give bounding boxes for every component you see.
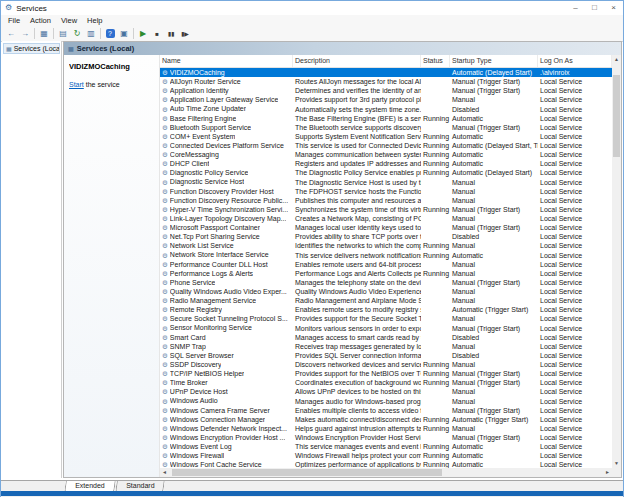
service-row[interactable]: ⚙ AllJoyn Router Service Routes AllJoyn … [160, 77, 612, 86]
export-list-button[interactable]: ▥ [84, 27, 98, 40]
service-row[interactable]: ⚙ Time Broker Coordinates execution of b… [160, 378, 612, 387]
vertical-scrollbar[interactable]: ▲ ▼ [612, 55, 621, 468]
vertical-scroll-thumb[interactable] [613, 75, 620, 157]
service-description: Provides support for the Secure Socket T… [293, 314, 421, 323]
service-row[interactable]: ⚙ Function Discovery Provider Host The F… [160, 187, 612, 196]
service-name: Windows Camera Frame Server [170, 406, 270, 415]
service-row[interactable]: ⚙ Function Discovery Resource Public... … [160, 196, 612, 205]
scroll-right-icon[interactable]: ► [603, 468, 612, 477]
service-row[interactable]: ⚙ Smart Card Manages access to smart car… [160, 333, 612, 342]
maximize-button[interactable]: □ [585, 1, 604, 15]
horizontal-scrollbar[interactable]: ◄ ► [160, 468, 612, 477]
column-header-description[interactable]: Description [293, 55, 421, 67]
column-header-log-on-as[interactable]: Log On As [538, 55, 612, 67]
close-button[interactable]: × [604, 1, 623, 15]
service-name-cell: ⚙ UPnP Device Host [160, 387, 293, 396]
service-name-cell: ⚙ Sensor Monitoring Service [160, 324, 293, 333]
pause-service-button[interactable]: ▮▮ [164, 27, 178, 40]
service-row[interactable]: ⚙ Microsoft Passport Container Manages l… [160, 223, 612, 232]
tree-item-services-local[interactable]: ▦ Services (Local) [3, 43, 60, 54]
service-name-cell: ⚙ Remote Registry [160, 305, 293, 314]
service-logon-as: Local Service [538, 415, 612, 424]
service-row[interactable]: ⚙ DHCP Client Registers and updates IP a… [160, 159, 612, 168]
menu-action[interactable]: Action [25, 16, 56, 25]
service-row[interactable]: ⚙ Link-Layer Topology Discovery Map... C… [160, 214, 612, 223]
service-row[interactable]: ⚙ Performance Counter DLL Host Enables r… [160, 260, 612, 269]
properties-button[interactable]: ▤ [56, 27, 70, 40]
title-bar[interactable]: ⚙ Services –□× [1, 1, 623, 15]
scroll-down-icon[interactable]: ▼ [612, 459, 621, 468]
extended-view-button[interactable]: ▣ [117, 27, 131, 40]
service-row[interactable]: ⚙ Windows Camera Frame Server Enables mu… [160, 406, 612, 415]
menu-file[interactable]: File [3, 16, 25, 25]
stop-service-button[interactable]: ■ [150, 27, 164, 40]
menu-view[interactable]: View [56, 16, 82, 25]
service-startup-type: Manual [450, 187, 538, 196]
service-gear-icon: ⚙ [162, 77, 168, 86]
show-console-tree-button[interactable]: ▦ [37, 27, 51, 40]
service-row[interactable]: ⚙ SSDP Discovery Discovers networked dev… [160, 360, 612, 369]
service-row[interactable]: ⚙ Network Store Interface Service This s… [160, 251, 612, 260]
service-row[interactable]: ⚙ Windows Audio Manages audio for Window… [160, 397, 612, 406]
column-header-startup-type[interactable]: Startup Type [450, 55, 538, 67]
service-row[interactable]: ⚙ Windows Encryption Provider Host ... W… [160, 433, 612, 442]
service-row[interactable]: ⚙ Windows Font Cache Service Optimizes p… [160, 460, 612, 468]
scroll-left-icon[interactable]: ◄ [160, 468, 169, 477]
service-row[interactable]: ⚙ Secure Socket Tunneling Protocol S... … [160, 314, 612, 323]
service-row[interactable]: ⚙ Application Layer Gateway Service Prov… [160, 95, 612, 104]
service-row[interactable]: ⚙ Net.Tcp Port Sharing Service Provides … [160, 232, 612, 241]
service-row[interactable]: ⚙ CoreMessaging Manages communication be… [160, 150, 612, 159]
service-row[interactable]: ⚙ TCP/IP NetBIOS Helper Provides support… [160, 369, 612, 378]
start-service-button[interactable]: ▶ [136, 27, 150, 40]
service-description: Monitors various sensors in order to exp… [293, 324, 421, 333]
minimize-button[interactable]: – [566, 1, 585, 15]
service-startup-type: Automatic [450, 132, 538, 141]
services-app-icon: ⚙ [5, 1, 12, 15]
service-row[interactable]: ⚙ Network List Service Identifies the ne… [160, 241, 612, 250]
horizontal-scroll-thumb[interactable] [172, 469, 442, 476]
start-service-link[interactable]: Start [69, 81, 84, 88]
back-button[interactable]: ← [4, 27, 18, 40]
service-row[interactable]: ⚙ Connected Devices Platform Service Thi… [160, 141, 612, 150]
forward-button[interactable]: → [18, 27, 32, 40]
service-logon-as: Local Service [538, 351, 612, 360]
service-row[interactable]: ⚙ Windows Connection Manager Makes autom… [160, 415, 612, 424]
service-row[interactable]: ⚙ Diagnostic Policy Service The Diagnost… [160, 168, 612, 177]
service-row[interactable]: ⚙ Radio Management Service Radio Managem… [160, 296, 612, 305]
service-row[interactable]: ⚙ Windows Event Log This service manages… [160, 442, 612, 451]
column-header-status[interactable]: Status [421, 55, 450, 67]
service-row[interactable]: ⚙ Base Filtering Engine The Base Filteri… [160, 114, 612, 123]
service-row[interactable]: ⚙ COM+ Event System Supports System Even… [160, 132, 612, 141]
refresh-button[interactable]: ↻ [70, 27, 84, 40]
service-row[interactable]: ⚙ Quality Windows Audio Video Exper... Q… [160, 287, 612, 296]
service-name-cell: ⚙ Base Filtering Engine [160, 114, 293, 123]
service-row[interactable]: ⚙ Application Identity Determines and ve… [160, 86, 612, 95]
scroll-up-icon[interactable]: ▲ [612, 55, 621, 64]
service-status [421, 387, 450, 396]
help-button[interactable]: ? [103, 27, 117, 40]
service-row[interactable]: ⚙ Hyper-V Time Synchronization Servi... … [160, 205, 612, 214]
service-row[interactable]: ⚙ Bluetooth Support Service The Bluetoot… [160, 123, 612, 132]
service-row[interactable]: ⚙ VIDIZMOCaching Automatic (Delayed Star… [160, 68, 612, 77]
service-row[interactable]: ⚙ Windows Firewall Windows Firewall help… [160, 451, 612, 460]
service-gear-icon: ⚙ [162, 451, 168, 460]
service-startup-type: Manual (Trigger Start) [450, 86, 538, 95]
service-row[interactable]: ⚙ Performance Logs & Alerts Performance … [160, 269, 612, 278]
service-row[interactable]: ⚙ Sensor Monitoring Service Monitors var… [160, 324, 612, 333]
selected-service-title: VIDIZMOCaching [69, 62, 154, 71]
restart-service-button[interactable]: ▮▶ [178, 27, 192, 40]
service-row[interactable]: ⚙ Phone Service Manages the telephony st… [160, 278, 612, 287]
service-startup-type: Manual [450, 314, 538, 323]
service-row[interactable]: ⚙ Windows Defender Network Inspect... He… [160, 424, 612, 433]
service-row[interactable]: ⚙ SNMP Trap Receives trap messages gener… [160, 342, 612, 351]
column-header-name[interactable]: Name [160, 55, 293, 67]
service-row[interactable]: ⚙ Remote Registry Enables remote users t… [160, 305, 612, 314]
service-name: Net.Tcp Port Sharing Service [170, 232, 260, 241]
taskbar-strip [1, 491, 623, 496]
service-row[interactable]: ⚙ Auto Time Zone Updater Automatically s… [160, 105, 612, 114]
service-name: Network Store Interface Service [170, 251, 269, 260]
service-row[interactable]: ⚙ UPnP Device Host Allows UPnP devices t… [160, 387, 612, 396]
service-row[interactable]: ⚙ Diagnostic Service Host The Diagnostic… [160, 178, 612, 187]
menu-help[interactable]: Help [82, 16, 107, 25]
service-row[interactable]: ⚙ SQL Server Browser Provides SQL Server… [160, 351, 612, 360]
